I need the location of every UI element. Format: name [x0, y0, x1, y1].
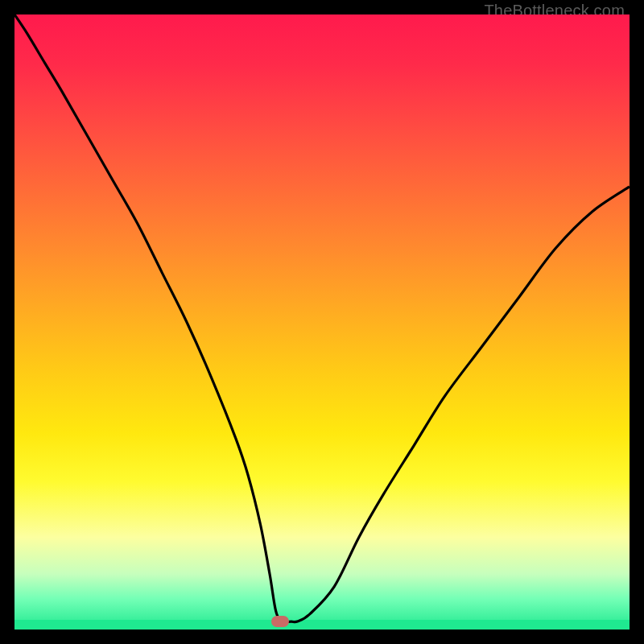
plot-area	[14, 14, 630, 630]
bottleneck-curve	[14, 14, 630, 630]
optimal-point-marker	[271, 616, 289, 627]
chart-frame: TheBottleneck.com	[0, 0, 644, 644]
